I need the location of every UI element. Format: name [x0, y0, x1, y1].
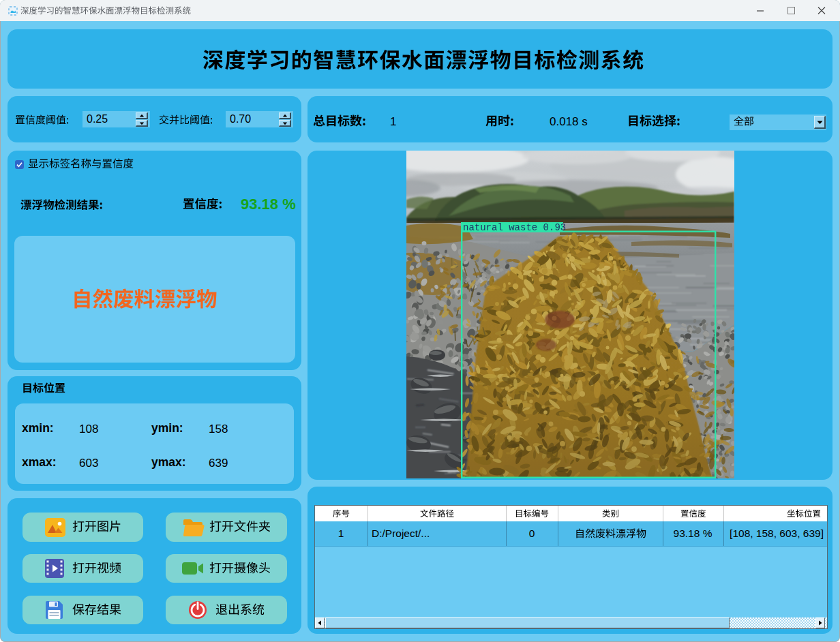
svg-text:natural waste 0.93: natural waste 0.93 — [463, 222, 566, 233]
